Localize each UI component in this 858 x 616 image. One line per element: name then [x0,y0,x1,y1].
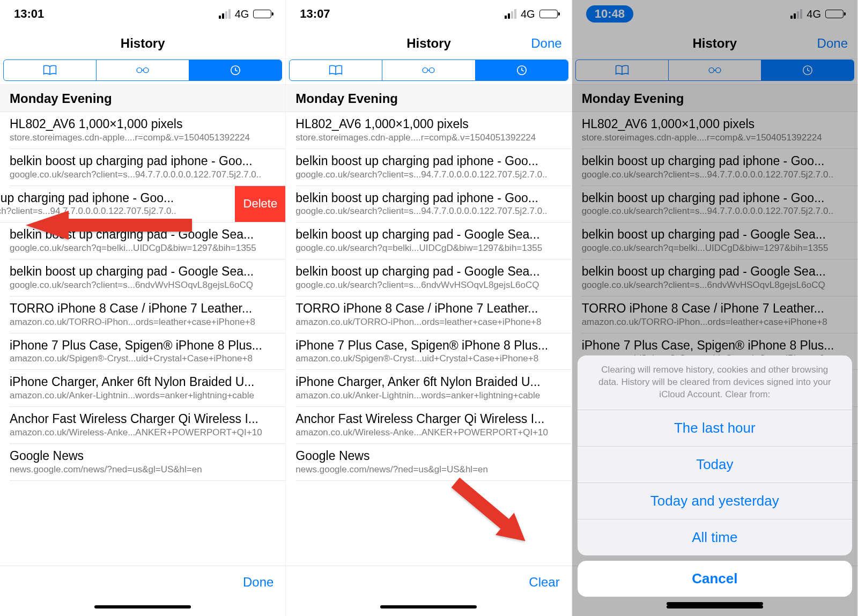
cancel-button[interactable]: Cancel [578,561,852,597]
row-title: Google News [295,448,561,464]
svg-point-5 [430,68,434,72]
row-subtitle: amazon.co.uk/Spigen®-Cryst...uid+Crystal… [295,353,561,364]
row-title: HL802_AV6 1,000×1,000 pixels [10,116,276,132]
row-subtitle: amazon.co.uk/Wireless-Anke...ANKER+POWER… [295,427,561,438]
clock-icon [228,64,243,76]
history-row[interactable]: belkin boost up charging pad iphone - Go… [10,149,285,186]
clear-all-time-button[interactable]: All time [578,519,852,555]
row-subtitle: amazon.co.uk/Wireless-Anke...ANKER+POWER… [10,427,276,438]
done-button[interactable]: Done [531,36,561,51]
history-list[interactable]: HL802_AV6 1,000×1,000 pixelsstore.storei… [0,112,285,566]
history-row[interactable]: TORRO iPhone 8 Case / iPhone 7 Leather..… [10,296,285,333]
row-title: belkin boost up charging pad - Google Se… [295,264,561,279]
carrier-label: 4G [521,8,535,20]
glasses-icon [421,64,436,76]
delete-button[interactable]: Delete [235,186,285,222]
tab-history[interactable] [476,60,568,80]
row-title: Anchor Fast Wireless Charger Qi Wireless… [10,411,276,427]
row-subtitle: google.co.uk/search?q=belki...UIDCgD&biw… [295,243,561,254]
clear-today-button[interactable]: Today [578,447,852,483]
toolbar: Clear [286,566,571,598]
book-icon [42,64,57,76]
row-title: iPhone Charger, Anker 6ft Nylon Braided … [295,374,561,390]
carrier-label: 4G [235,8,249,20]
row-title: Anchor Fast Wireless Charger Qi Wireless… [295,411,561,427]
row-subtitle: uk/search?client=s...94.7.7.0.0.0.0.122.… [0,206,234,217]
status-bar: 13:07 4G [286,0,571,28]
phone-1: 13:01 4G History Monday [0,0,286,616]
status-time: 13:07 [300,7,330,21]
signal-icon [219,9,231,19]
history-row-swiped[interactable]: boost up charging pad iphone - Goo... uk… [0,186,285,223]
history-row[interactable]: Google Newsnews.google.com/news/?ned=us&… [10,444,285,481]
svg-point-0 [137,68,142,72]
row-subtitle: store.storeimages.cdn-apple....r=comp&.v… [10,132,276,143]
home-indicator [286,598,571,616]
home-indicator [0,598,285,616]
row-title: iPhone Charger, Anker 6ft Nylon Braided … [10,374,276,390]
row-title: TORRO iPhone 8 Case / iPhone 7 Leather..… [295,301,561,316]
history-row[interactable]: iPhone 7 Plus Case, Spigen® iPhone 8 Plu… [295,333,571,370]
row-subtitle: store.storeimages.cdn-apple....r=comp&.v… [295,132,561,143]
history-list[interactable]: HL802_AV6 1,000×1,000 pixelsstore.storei… [286,112,571,566]
toolbar: Done [0,566,285,598]
row-title: HL802_AV6 1,000×1,000 pixels [295,116,561,132]
phone-3: 10:48 4G History Done Monday Evening HL8… [572,0,858,616]
book-icon [328,64,343,76]
tab-bookmarks[interactable] [4,60,97,80]
history-row[interactable]: belkin boost up charging pad iphone - Go… [295,149,571,186]
battery-icon [539,10,558,18]
row-title: belkin boost up charging pad iphone - Go… [10,153,276,169]
row-title: belkin boost up charging pad - Google Se… [10,264,276,279]
status-right: 4G [219,8,272,20]
history-row[interactable]: belkin boost up charging pad - Google Se… [295,259,571,296]
row-title: Google News [10,448,276,464]
history-row[interactable]: belkin boost up charging pad iphone - Go… [295,186,571,223]
history-row[interactable]: HL802_AV6 1,000×1,000 pixelsstore.storei… [295,112,571,149]
tab-reading-list[interactable] [97,60,189,80]
row-subtitle: amazon.co.uk/Anker-Lightnin...words=anke… [10,390,276,401]
history-row[interactable]: iPhone Charger, Anker 6ft Nylon Braided … [10,370,285,407]
home-indicator [578,597,852,611]
row-title: belkin boost up charging pad - Google Se… [10,227,276,242]
history-row[interactable]: HL802_AV6 1,000×1,000 pixelsstore.storei… [10,112,285,149]
history-row[interactable]: belkin boost up charging pad - Google Se… [10,222,285,259]
battery-icon [253,10,271,18]
action-sheet: Clearing will remove history, cookies an… [572,0,857,616]
row-title: iPhone 7 Plus Case, Spigen® iPhone 8 Plu… [10,338,276,353]
phone-2: 13:07 4G History Done Monday Evening HL8… [286,0,572,616]
row-subtitle: amazon.co.uk/Anker-Lightnin...words=anke… [295,390,561,401]
action-sheet-message: Clearing will remove history, cookies an… [578,355,852,410]
tab-history[interactable] [189,60,282,80]
history-row[interactable]: belkin boost up charging pad - Google Se… [10,259,285,296]
page-title: History [121,36,165,51]
page-title: History [406,36,451,51]
row-title: belkin boost up charging pad iphone - Go… [295,153,561,169]
row-title: boost up charging pad iphone - Goo... [0,190,234,206]
tab-bookmarks[interactable] [290,60,382,80]
row-subtitle: news.google.com/news/?ned=us&gl=US&hl=en [295,464,561,475]
history-row[interactable]: belkin boost up charging pad - Google Se… [295,222,571,259]
section-header: Monday Evening [286,85,571,112]
clock-icon [514,64,529,76]
clear-last-hour-button[interactable]: The last hour [578,410,852,447]
section-header: Monday Evening [0,85,285,112]
row-title: belkin boost up charging pad iphone - Go… [295,190,561,206]
history-row[interactable]: Anchor Fast Wireless Charger Qi Wireless… [10,407,285,444]
history-row[interactable]: TORRO iPhone 8 Case / iPhone 7 Leather..… [295,296,571,333]
row-subtitle: google.co.uk/search?client=s...6ndvWvHSO… [10,280,276,291]
clear-today-yesterday-button[interactable]: Today and yesterday [578,483,852,519]
segmented-control [0,59,285,85]
history-row[interactable]: Anchor Fast Wireless Charger Qi Wireless… [295,407,571,444]
row-subtitle: google.co.uk/search?q=belki...UIDCgD&biw… [10,243,276,254]
history-row[interactable]: iPhone Charger, Anker 6ft Nylon Braided … [295,370,571,407]
row-subtitle: amazon.co.uk/Spigen®-Cryst...uid+Crystal… [10,353,276,364]
done-button[interactable]: Done [243,575,273,590]
row-title: iPhone 7 Plus Case, Spigen® iPhone 8 Plu… [295,338,561,353]
segmented-control [286,59,571,85]
svg-point-4 [423,68,428,72]
history-row[interactable]: iPhone 7 Plus Case, Spigen® iPhone 8 Plu… [10,333,285,370]
history-row[interactable]: Google Newsnews.google.com/news/?ned=us&… [295,444,571,481]
clear-button[interactable]: Clear [529,575,559,590]
tab-reading-list[interactable] [382,60,475,80]
